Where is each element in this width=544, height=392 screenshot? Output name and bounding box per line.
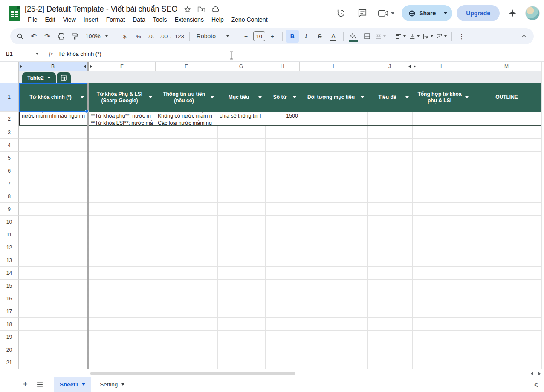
table-header-H[interactable]: Số từ [265, 83, 300, 112]
hidden-columns-marker[interactable] [90, 65, 92, 68]
menu-item-edit[interactable]: Edit [42, 15, 58, 24]
table-menu-chip[interactable] [57, 72, 71, 83]
cell-B2[interactable]: nước mắm nhĩ nào ngon n [19, 112, 87, 126]
header-dropdown-icon[interactable] [405, 96, 409, 98]
column-header-F[interactable]: F [156, 62, 217, 71]
header-dropdown-icon[interactable] [81, 96, 84, 98]
header-dropdown-icon[interactable] [465, 96, 469, 98]
search-menus-icon[interactable] [14, 30, 26, 43]
format-percent-button[interactable]: % [132, 30, 145, 43]
undo-button[interactable]: ↶ [27, 30, 40, 43]
row-header-2[interactable]: 2 [0, 112, 19, 126]
cell-F2[interactable]: Không có nước mắm n Các loại nước mắm ng [156, 112, 217, 126]
merge-cells-button[interactable] [374, 30, 387, 43]
column-header-H[interactable]: H [265, 62, 300, 71]
row-header-1[interactable]: 1 [0, 83, 19, 112]
frozen-pane-divider[interactable] [87, 62, 89, 369]
gemini-sparkle-icon[interactable] [504, 5, 521, 22]
column-header-I[interactable]: I [300, 62, 367, 71]
row-header-10[interactable]: 10 [0, 216, 19, 228]
version-history-icon[interactable] [333, 5, 350, 22]
formula-input[interactable]: Từ khóa chính (*) [58, 51, 101, 57]
meet-icon[interactable] [375, 5, 397, 22]
print-button[interactable] [55, 30, 67, 43]
header-dropdown-icon[interactable] [211, 96, 214, 98]
column-header-B[interactable]: B [19, 62, 87, 71]
header-dropdown-icon[interactable] [293, 96, 296, 98]
cell-H2[interactable]: 1500 [265, 112, 300, 126]
menu-item-help[interactable]: Help [208, 15, 227, 24]
select-all-corner[interactable] [0, 62, 19, 71]
document-title[interactable]: [25-2] Default Template - Viết bài chuẩn… [25, 5, 178, 14]
hidden-columns-marker[interactable] [408, 65, 411, 68]
menu-item-tools[interactable]: Tools [150, 15, 170, 24]
menu-item-extensions[interactable]: Extensions [171, 15, 206, 24]
increase-decimal-button[interactable]: .00→ [159, 30, 172, 43]
column-header-E[interactable]: E [89, 62, 156, 71]
sheet-tab-sheet1[interactable]: Sheet1 [54, 377, 91, 392]
strikethrough-button[interactable]: S [313, 30, 326, 43]
text-rotation-button[interactable] [435, 30, 448, 43]
row-header-13[interactable]: 13 [0, 254, 19, 267]
more-toolbar-button[interactable]: ⋮ [455, 30, 468, 43]
move-folder-icon[interactable] [197, 6, 205, 13]
cell-E2[interactable]: **Từ khóa phụ**: nước m **Từ khóa LSI**:… [89, 112, 156, 126]
sheets-logo-icon[interactable] [9, 6, 20, 21]
selection-fill-handle[interactable] [85, 110, 89, 113]
format-currency-button[interactable]: $ [119, 30, 131, 43]
horizontal-scrollbar-thumb[interactable] [90, 372, 295, 375]
menu-item-insert[interactable]: Insert [81, 15, 101, 24]
upgrade-button[interactable]: Upgrade [457, 5, 500, 21]
table-header-B[interactable]: Từ khóa chính (*) [19, 83, 87, 112]
bold-button[interactable]: B [286, 30, 299, 43]
table-header-F[interactable]: Thông tin ưu tiên (nếu có) [156, 83, 217, 112]
menu-item-data[interactable]: Data [130, 15, 148, 24]
borders-button[interactable] [361, 30, 373, 43]
header-dropdown-icon[interactable] [149, 96, 152, 98]
more-formats-button[interactable]: 123 [173, 30, 186, 43]
row-header-6[interactable]: 6 [0, 164, 19, 177]
row-header-19[interactable]: 19 [0, 331, 19, 343]
account-avatar[interactable] [525, 6, 540, 20]
name-box[interactable]: B1 [0, 51, 43, 57]
row-header-9[interactable]: 9 [0, 203, 19, 216]
decrease-decimal-button[interactable]: .0← [146, 30, 159, 43]
horizontal-align-button[interactable] [394, 30, 407, 43]
row-header-4[interactable]: 4 [0, 139, 19, 152]
star-icon[interactable] [184, 6, 191, 13]
italic-button[interactable]: I [300, 30, 313, 43]
row-header-17[interactable]: 17 [0, 305, 19, 318]
row-header-5[interactable]: 5 [0, 152, 19, 164]
scroll-left-button[interactable] [529, 371, 535, 376]
collapse-panel-icon[interactable]: < [534, 380, 538, 390]
column-header-L[interactable]: L [412, 62, 472, 71]
font-select[interactable]: Roboto [193, 30, 232, 43]
row-header-3[interactable]: 3 [0, 126, 19, 139]
table-header-G[interactable]: Mục tiêu [217, 83, 265, 112]
row-header-21[interactable]: 21 [0, 356, 19, 369]
table-header-M[interactable]: OUTLINE [472, 83, 541, 112]
cell-G2[interactable]: chia sẻ thông tin l [217, 112, 265, 126]
add-sheet-button[interactable]: + [18, 377, 32, 392]
share-main[interactable]: Share [402, 5, 440, 21]
column-header-G[interactable]: G [217, 62, 265, 71]
table-header-E[interactable]: Từ khóa Phụ & LSI (Searp Google) [89, 83, 156, 112]
vertical-align-button[interactable] [408, 30, 421, 43]
row-header-12[interactable]: 12 [0, 241, 19, 254]
row-header-7[interactable]: 7 [0, 177, 19, 190]
table-header-J[interactable]: Tiêu đề [367, 83, 412, 112]
hidden-columns-marker[interactable] [414, 65, 416, 68]
row-header-8[interactable]: 8 [0, 190, 19, 203]
sheet-tab-setting[interactable]: Setting [94, 377, 130, 392]
header-dropdown-icon[interactable] [258, 96, 262, 98]
table-header-L[interactable]: Tổng hợp từ khóa phụ & LSI [412, 83, 472, 112]
row-header-18[interactable]: 18 [0, 318, 19, 331]
row-header-16[interactable]: 16 [0, 292, 19, 305]
paint-format-button[interactable] [68, 30, 81, 43]
row-header-11[interactable]: 11 [0, 228, 19, 241]
hide-menus-icon[interactable] [518, 30, 530, 43]
menu-item-file[interactable]: File [25, 15, 41, 24]
row-header-20[interactable]: 20 [0, 343, 19, 356]
column-header-M[interactable]: M [472, 62, 541, 71]
menu-item-view[interactable]: View [60, 15, 79, 24]
